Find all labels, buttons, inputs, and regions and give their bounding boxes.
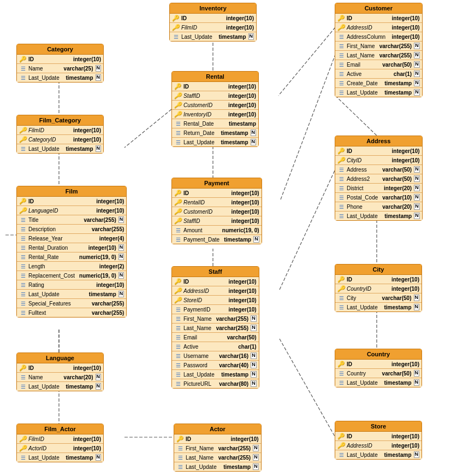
field-type: varchar(255) xyxy=(218,455,251,461)
field-name: ID xyxy=(186,436,227,442)
table-row: ☰Rental_Durationinteger(10)N xyxy=(17,243,126,252)
table-row: ☰Last_UpdatetimestampN xyxy=(172,138,258,146)
field-type: timestamp xyxy=(89,291,116,297)
field-name: Last_Update xyxy=(186,464,219,470)
field-type: timestamp xyxy=(66,384,93,390)
table-row: 🔑CityIDinteger(10) xyxy=(335,156,422,165)
field-type: timestamp xyxy=(66,146,93,152)
key-icon: 🔑 xyxy=(337,432,345,440)
field-icon: ☰ xyxy=(337,379,345,386)
field-name: InventoryID xyxy=(183,111,224,117)
field-type: integer(2) xyxy=(99,263,124,269)
table-row: ☰Descriptionvarchar(255) xyxy=(17,225,126,234)
field-type: timestamp xyxy=(66,75,93,81)
field-type: timestamp xyxy=(229,121,256,127)
field-name: ID xyxy=(28,56,69,62)
field-name: Last_Name xyxy=(183,325,212,331)
key-icon: 🔑 xyxy=(337,360,345,368)
field-type: integer(10) xyxy=(392,25,420,31)
table-row: 🔑AddressIDinteger(10) xyxy=(172,286,259,296)
entity-header-category: Category xyxy=(17,44,103,55)
field-type: timestamp xyxy=(223,464,251,470)
field-null: N xyxy=(118,216,124,223)
table-row: ☰PaymentIDinteger(10) xyxy=(172,305,259,314)
field-name: Last_Update xyxy=(181,34,214,40)
field-name: Rental_Rate xyxy=(28,254,75,260)
field-icon: ☰ xyxy=(174,333,182,341)
field-icon: ☰ xyxy=(337,184,345,192)
field-null: N xyxy=(253,454,259,461)
field-name: StoreID xyxy=(183,297,224,303)
fk-icon: 🔑 xyxy=(19,207,27,214)
field-type: integer(10) xyxy=(88,245,116,251)
table-row: ☰Special_Featuresvarchar(255) xyxy=(17,299,126,308)
field-type: varchar(20) xyxy=(64,374,93,380)
table-row: 🔑FilmIDinteger(10) xyxy=(170,23,256,32)
field-type: integer(10) xyxy=(226,25,254,31)
table-row: 🔑CustomerIDinteger(10) xyxy=(172,207,262,216)
field-icon: ☰ xyxy=(174,236,182,243)
field-icon: ☰ xyxy=(19,216,27,224)
entity-body-address: 🔑IDinteger(10)🔑CityIDinteger(10)☰Address… xyxy=(335,146,422,220)
field-null: N xyxy=(96,65,102,72)
field-null: N xyxy=(253,236,259,243)
field-icon: ☰ xyxy=(337,61,345,68)
entity-body-country: 🔑IDinteger(10)☰Countryvarchar(50)N☰Last_… xyxy=(335,360,422,387)
field-name: CityID xyxy=(347,157,388,163)
field-name: Amount xyxy=(183,227,218,233)
field-icon: ☰ xyxy=(337,303,345,311)
field-name: Name xyxy=(28,66,60,72)
svg-line-16 xyxy=(281,55,335,199)
field-type: timestamp xyxy=(218,34,246,40)
field-type: varchar(255) xyxy=(92,301,124,307)
table-row: ☰Release_Yearinteger(4) xyxy=(17,234,126,243)
entity-city: City🔑IDinteger(10)🔑CountryIDinteger(10)☰… xyxy=(335,264,422,312)
table-row: ☰Last_UpdatetimestampN xyxy=(17,144,103,153)
fk-icon: 🔑 xyxy=(337,285,345,292)
table-row: 🔑StaffIDinteger(10) xyxy=(172,91,258,101)
field-name: Last_Name xyxy=(347,52,375,58)
table-row: 🔑InventoryIDinteger(10) xyxy=(172,110,258,119)
field-type: integer(10) xyxy=(96,198,124,204)
field-type: varchar(255) xyxy=(379,43,412,49)
field-type: integer(10) xyxy=(391,443,419,449)
field-type: integer(10) xyxy=(96,282,124,288)
field-name: AddressColumn xyxy=(347,34,388,40)
field-icon: ☰ xyxy=(176,444,184,452)
table-row: 🔑ActorIDinteger(10) xyxy=(17,444,103,453)
field-name: ID xyxy=(183,190,227,196)
field-icon: ☰ xyxy=(337,451,345,459)
field-name: ID xyxy=(347,15,388,21)
field-name: Last_Update xyxy=(28,455,61,461)
field-name: ID xyxy=(183,279,224,285)
field-type: varchar(50) xyxy=(382,176,412,182)
field-icon: ☰ xyxy=(337,42,345,50)
field-null: N xyxy=(248,33,254,40)
field-name: Payment_Date xyxy=(183,237,219,243)
table-row: ☰AddressColumninteger(10) xyxy=(335,32,422,42)
field-type: integer(20) xyxy=(384,185,412,191)
fk-icon: 🔑 xyxy=(19,126,27,134)
table-row: ☰Replacement_Costnumeric(19, 0)N xyxy=(17,271,126,280)
field-type: integer(10) xyxy=(391,433,419,439)
field-icon: ☰ xyxy=(337,79,345,87)
field-icon: ☰ xyxy=(19,262,27,270)
field-type: integer(10) xyxy=(391,277,419,283)
field-name: AddressID xyxy=(347,443,387,449)
field-icon: ☰ xyxy=(174,138,182,146)
table-row: ☰Postal_Codevarchar(10)N xyxy=(335,193,422,202)
field-type: timestamp xyxy=(224,237,251,243)
table-row: ☰Districtinteger(20)N xyxy=(335,184,422,193)
svg-line-8 xyxy=(335,96,377,136)
entity-rental: Rental🔑IDinteger(10)🔑StaffIDinteger(10)🔑… xyxy=(171,71,259,147)
field-null: N xyxy=(414,451,420,458)
fk-icon: 🔑 xyxy=(19,136,27,143)
field-icon: ☰ xyxy=(19,244,27,251)
field-type: varchar(50) xyxy=(382,371,412,377)
field-type: timestamp xyxy=(221,139,248,145)
field-name: ActorID xyxy=(28,445,69,451)
field-icon: ☰ xyxy=(174,371,182,378)
field-icon: ☰ xyxy=(174,380,182,387)
table-row: ☰Emailvarchar(50)N xyxy=(335,60,422,69)
key-icon: 🔑 xyxy=(174,278,182,285)
